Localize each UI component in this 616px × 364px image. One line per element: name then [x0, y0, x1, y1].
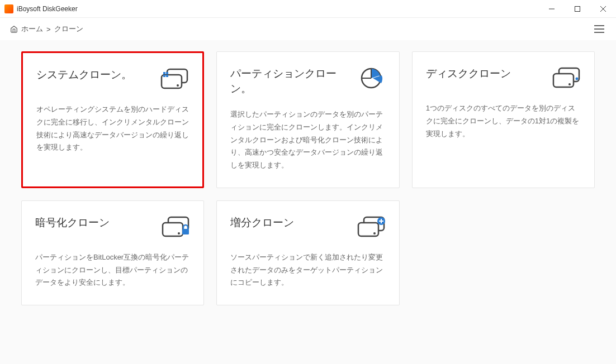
svg-rect-12: [163, 75, 165, 77]
card-title: 増分クローン: [230, 215, 294, 231]
svg-rect-24: [182, 229, 189, 234]
card-desc: オペレーティングシステムを別のハードディスクに完全に移行し、インクリメンタルクロ…: [36, 103, 189, 154]
svg-point-23: [178, 232, 180, 234]
titlebar: iBoysoft DiskGeeker: [0, 0, 616, 18]
card-system-clone[interactable]: システムクローン。 オペレーティングシステムを別のハードディスクに完全に移行し、…: [21, 51, 204, 188]
partition-clone-icon: [357, 66, 386, 90]
minimize-button[interactable]: [539, 0, 565, 18]
card-title: パーティションクローン。: [230, 66, 342, 96]
close-icon: [600, 6, 606, 12]
hamburger-icon: [594, 25, 604, 33]
maximize-icon: [575, 6, 580, 12]
breadcrumb-row: ホーム > クローン: [0, 18, 616, 40]
encrypted-clone-icon: [161, 215, 190, 239]
system-clone-icon: [160, 68, 189, 91]
breadcrumb: ホーム > クローン: [10, 24, 83, 34]
card-incremental-clone[interactable]: 増分クローン ソースパーティションで新く追加されたり変更されたデータのみをターゲ…: [216, 200, 399, 305]
svg-point-20: [576, 78, 579, 80]
svg-rect-26: [358, 223, 378, 236]
svg-point-19: [568, 83, 571, 85]
svg-rect-22: [163, 223, 183, 236]
disk-clone-icon: [552, 66, 581, 90]
incremental-clone-icon: [357, 215, 386, 239]
svg-point-27: [373, 232, 376, 234]
breadcrumb-home[interactable]: ホーム: [21, 24, 43, 34]
close-button[interactable]: [590, 0, 616, 18]
card-title: システムクローン。: [36, 68, 132, 83]
content-grid: システムクローン。 オペレーティングシステムを別のハードディスクに完全に移行し、…: [0, 40, 616, 317]
svg-rect-18: [553, 74, 574, 87]
card-desc: ソースパーティションで新く追加されたり変更されたデータのみをターゲットパーティシ…: [230, 251, 385, 289]
svg-rect-11: [166, 72, 168, 74]
minimize-icon: [549, 6, 555, 12]
app-title: iBoysoft DiskGeeker: [17, 5, 78, 13]
card-disk-clone[interactable]: ディスククローン 1つのディスクのすべてのデータを別のディスクに完全にクローンし…: [412, 51, 595, 188]
card-desc: パーティションをBitLocker互換の暗号化パーティションにクローンし、目標パ…: [35, 251, 190, 289]
titlebar-left: iBoysoft DiskGeeker: [0, 4, 78, 13]
app-icon: [4, 4, 13, 13]
svg-rect-10: [163, 72, 165, 74]
card-partition-clone[interactable]: パーティションクローン。 選択したパーティションのデータを別のパーティションに完…: [216, 51, 399, 188]
home-icon: [10, 25, 18, 33]
svg-point-9: [177, 84, 179, 87]
card-title: ディスククローン: [426, 66, 511, 82]
svg-rect-13: [166, 75, 168, 77]
breadcrumb-current: クローン: [54, 24, 83, 34]
svg-rect-1: [575, 6, 580, 11]
card-encrypted-clone[interactable]: 暗号化クローン パーティションをBitLocker互換の暗号化パーティションにク…: [21, 200, 204, 305]
menu-button[interactable]: [593, 22, 606, 36]
window-controls: [539, 0, 616, 18]
card-desc: 1つのディスクのすべてのデータを別のディスクに完全にクローンし、データの1対1の…: [426, 102, 581, 140]
card-title: 暗号化クローン: [35, 215, 110, 231]
breadcrumb-separator: >: [46, 25, 51, 33]
maximize-button[interactable]: [565, 0, 590, 18]
card-desc: 選択したパーティションのデータを別のパーティションに完全にクローンします。インク…: [230, 108, 385, 172]
